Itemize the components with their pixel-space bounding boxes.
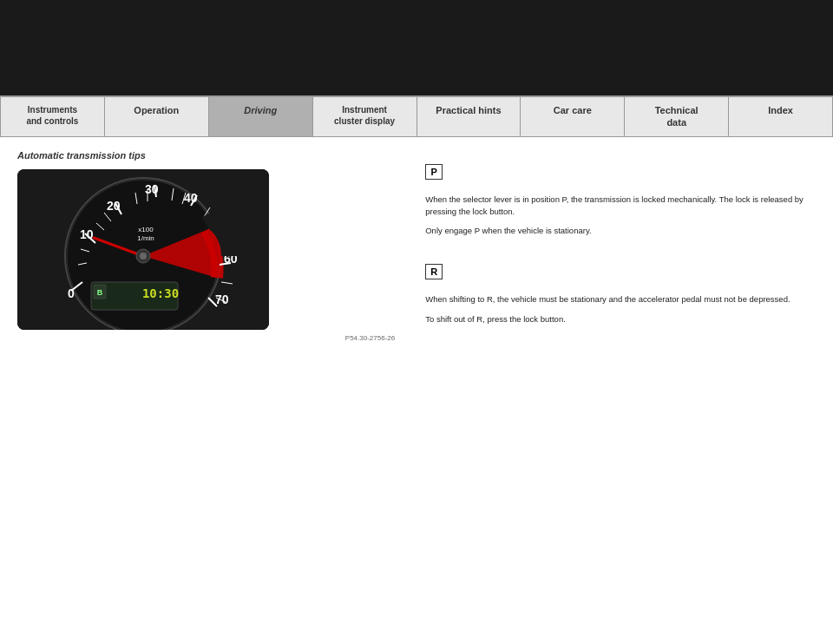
nav-item-index[interactable]: Index [729, 97, 832, 136]
svg-text:x100: x100 [138, 226, 154, 233]
nav-item-driving[interactable]: Driving [209, 97, 313, 136]
svg-text:30: 30 [145, 182, 159, 196]
tachometer-svg: 0 10 20 30 40 50 60 70 x100 1/min [17, 169, 269, 330]
text-p1: When the selector lever is in position P… [425, 194, 816, 219]
text-r2: To shift out of R, press the lock button… [425, 313, 816, 325]
svg-text:1/min: 1/min [137, 234, 154, 242]
text-r1: When shifting to R, the vehicle must be … [425, 293, 816, 306]
svg-text:20: 20 [107, 199, 121, 213]
badge-r: R [425, 264, 443, 279]
nav-item-practical-hints[interactable]: Practical hints [417, 97, 521, 136]
nav-item-operation[interactable]: Operation [105, 97, 209, 136]
text-p2: Only engage P when the vehicle is statio… [425, 225, 816, 237]
navigation-bar: Instrumentsand controls Operation Drivin… [0, 95, 833, 137]
nav-item-instruments[interactable]: Instrumentsand controls [1, 97, 105, 136]
right-panel: P When the selector lever is in position… [416, 150, 816, 342]
svg-text:10:30: 10:30 [142, 286, 179, 300]
nav-item-technical-data[interactable]: Technicaldata [625, 97, 729, 136]
nav-item-instrument-cluster[interactable]: Instrumentcluster display [313, 97, 417, 136]
svg-point-36 [140, 253, 147, 260]
left-panel: Automatic transmission tips [17, 150, 416, 342]
tachometer-display: 0 10 20 30 40 50 60 70 x100 1/min [17, 169, 269, 330]
svg-text:B: B [97, 288, 103, 297]
svg-text:10: 10 [80, 227, 94, 241]
svg-text:70: 70 [215, 292, 229, 306]
badge-p: P [425, 164, 443, 180]
image-reference: P54.30-2756-26 [17, 334, 399, 342]
svg-text:0: 0 [68, 286, 75, 300]
section-title: Automatic transmission tips [17, 150, 399, 161]
content-area: Automatic transmission tips [0, 141, 833, 351]
nav-item-car-care[interactable]: Car care [521, 97, 625, 136]
svg-text:40: 40 [184, 191, 198, 205]
page-background: Instrumentsand controls Operation Drivin… [0, 95, 833, 644]
